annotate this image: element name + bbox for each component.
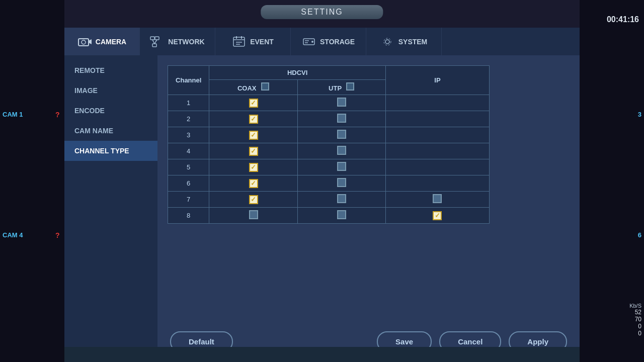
coax-checkbox-5[interactable] [249, 163, 258, 172]
event-icon [232, 36, 246, 48]
svg-rect-4 [155, 37, 159, 40]
table-row: 4 [168, 143, 490, 159]
channel-1: 1 [168, 95, 209, 111]
svg-rect-8 [233, 37, 245, 46]
right-num-3: 3 [638, 111, 641, 118]
camera-icon [77, 36, 92, 48]
coax-checkbox-4[interactable] [249, 147, 258, 156]
bottom-stats: Kb/S 52 70 0 0 [629, 303, 641, 337]
coax-cell-3 [209, 127, 297, 143]
utp-checkbox-5[interactable] [337, 162, 346, 171]
coax-checkbox-7[interactable] [249, 195, 258, 204]
col-header-channel: Channel [168, 66, 209, 95]
tab-camera-label: CAMERA [96, 38, 126, 46]
sidebar-item-channeltype[interactable]: CHANNEL TYPE [64, 141, 157, 161]
sidebar-item-remote[interactable]: REMOTE [64, 60, 157, 80]
table-row: 2 [168, 111, 490, 127]
svg-rect-5 [152, 44, 156, 47]
col-header-ip: IP [385, 66, 489, 95]
coax-cell-5 [209, 159, 297, 175]
tab-network[interactable]: NETWORK [140, 28, 215, 55]
tab-storage[interactable]: STORAGE [291, 28, 366, 55]
nav-tabs: CAMERA NETWORK [64, 28, 580, 55]
cam4-label: CAM 4 [3, 231, 23, 239]
right-num-6: 6 [638, 231, 641, 239]
left-camera-panel: CAM 1 ? CAM 4 ? [0, 0, 64, 362]
sidebar-item-encode[interactable]: ENCODE [64, 101, 157, 121]
coax-checkbox-6[interactable] [249, 179, 258, 188]
ip-checkbox-7[interactable] [433, 194, 442, 203]
ip-cell-7 [385, 192, 489, 208]
channel-7: 7 [168, 192, 209, 208]
sidebar: REMOTE IMAGE ENCODE CAM NAME CHANNEL TYP… [64, 55, 157, 362]
utp-checkbox-2[interactable] [337, 114, 346, 123]
stat-val-1: 70 [629, 316, 641, 323]
coax-checkbox-8[interactable] [249, 210, 258, 219]
tab-camera[interactable]: CAMERA [64, 28, 140, 55]
network-icon [150, 36, 164, 48]
utp-cell-7 [297, 192, 385, 208]
table-row: 8 [168, 208, 490, 224]
coax-cell-8 [209, 208, 297, 224]
stat-val-2: 0 [629, 323, 641, 330]
coax-cell-4 [209, 143, 297, 159]
col-header-coax: COAX [209, 80, 297, 95]
col-header-utp: UTP [297, 80, 385, 95]
svg-point-15 [311, 41, 313, 43]
utp-cell-4 [297, 143, 385, 159]
main-content: Channel HDCVI IP COAX UTP [157, 55, 580, 362]
tab-event[interactable]: EVENT [215, 28, 291, 55]
ip-cell-5 [385, 159, 489, 175]
utp-header-checkbox[interactable] [346, 82, 354, 90]
channel-8: 8 [168, 208, 209, 224]
ip-cell-2 [385, 111, 489, 127]
ip-checkbox-8[interactable] [433, 211, 442, 220]
channel-table: Channel HDCVI IP COAX UTP [168, 65, 490, 224]
utp-checkbox-7[interactable] [337, 194, 346, 203]
svg-rect-3 [150, 37, 154, 40]
ip-cell-1 [385, 95, 489, 111]
utp-checkbox-1[interactable] [337, 98, 346, 107]
stat-val-3: 0 [629, 330, 641, 337]
utp-cell-2 [297, 111, 385, 127]
coax-cell-6 [209, 175, 297, 192]
svg-point-18 [385, 40, 389, 44]
main-panel: CAMERA NETWORK [64, 28, 580, 362]
tab-event-label: EVENT [250, 38, 274, 46]
coax-cell-7 [209, 192, 297, 208]
channel-5: 5 [168, 159, 209, 175]
tab-system[interactable]: SYSTEM [366, 28, 442, 55]
tab-network-label: NETWORK [168, 38, 204, 46]
storage-icon [302, 36, 316, 48]
coax-header-checkbox[interactable] [261, 82, 269, 90]
ip-cell-6 [385, 175, 489, 192]
utp-cell-8 [297, 208, 385, 224]
utp-checkbox-4[interactable] [337, 146, 346, 155]
clock: 00:41:16 [607, 15, 639, 24]
title-bar: SETTING [261, 5, 383, 19]
sidebar-item-camname[interactable]: CAM NAME [64, 121, 157, 141]
coax-checkbox-1[interactable] [249, 99, 258, 108]
utp-cell-3 [297, 127, 385, 143]
utp-cell-1 [297, 95, 385, 111]
utp-checkbox-8[interactable] [337, 210, 346, 219]
table-row: 7 [168, 192, 490, 208]
cam1-label: CAM 1 [3, 111, 23, 118]
coax-checkbox-2[interactable] [249, 115, 258, 124]
channel-4: 4 [168, 143, 209, 159]
cam1-num: ? [55, 111, 60, 119]
table-row: 3 [168, 127, 490, 143]
ip-cell-4 [385, 143, 489, 159]
bottom-bar [64, 347, 580, 362]
sidebar-item-image[interactable]: IMAGE [64, 80, 157, 101]
kbs-unit: Kb/S [629, 303, 641, 309]
coax-checkbox-3[interactable] [249, 131, 258, 140]
tab-system-label: SYSTEM [398, 38, 428, 46]
coax-cell-2 [209, 111, 297, 127]
title-text: SETTING [301, 8, 343, 16]
svg-rect-0 [78, 39, 89, 46]
table-row: 5 [168, 159, 490, 175]
right-panel: 3 6 Kb/S 52 70 0 0 [580, 0, 644, 362]
utp-checkbox-6[interactable] [337, 178, 346, 187]
utp-checkbox-3[interactable] [337, 130, 346, 139]
